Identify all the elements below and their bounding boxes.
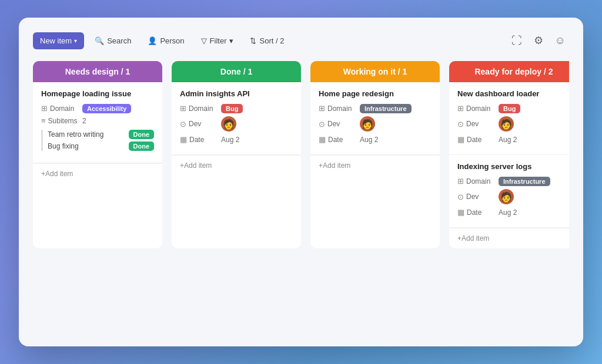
new-item-chevron: ▾: [74, 38, 77, 44]
card-row-label: ⊞Domain: [41, 104, 82, 113]
card-row-label: ⊞Domain: [319, 104, 360, 113]
column-header-needs-design: Needs design / 1: [33, 61, 162, 82]
row-label-text: Subitems: [48, 117, 78, 125]
domain-badge: Infrastructure: [360, 104, 412, 113]
row-label-text: Dev: [466, 120, 479, 128]
subitem-name: Team retro writing: [48, 130, 103, 139]
column-body-deploy: New dashboard loader⊞DomainBug⊙Dev🧑▦Date…: [449, 82, 569, 248]
add-item-button-done[interactable]: +Add item: [172, 155, 301, 176]
card-row-1: ≡Subitems2: [41, 116, 154, 125]
card-row-value: 🧑: [499, 116, 514, 132]
card-row-0: ⊞DomainAccessibility: [41, 104, 154, 113]
row-label-text: Dev: [327, 120, 340, 128]
fullscreen-button[interactable]: ⛶: [508, 32, 526, 49]
search-label: Search: [107, 36, 131, 45]
card-title: New dashboard loader: [457, 89, 569, 98]
date-value: Aug 2: [499, 136, 517, 144]
search-button[interactable]: 🔍 Search: [89, 33, 137, 49]
row-label-text: Dev: [189, 120, 201, 128]
row-label-text: Domain: [466, 177, 490, 186]
domain-icon: ⊞: [180, 104, 186, 113]
card-deploy-1: Indexing server logs⊞DomainInfrastructur…: [449, 155, 569, 228]
subitem-name: Bug fixing: [48, 142, 79, 150]
card-row-value: Accessibility: [82, 105, 131, 113]
sort-label: Sort / 2: [259, 36, 284, 45]
domain-badge: Accessibility: [82, 104, 131, 113]
card-row-label: ⊙Dev: [457, 120, 499, 129]
card-title: Admin insights API: [180, 89, 293, 98]
row-label-text: Date: [467, 136, 481, 144]
domain-badge: Bug: [221, 104, 243, 113]
card-title: Homepage loading issue: [41, 89, 154, 98]
column-body-needs-design: Homepage loading issue⊞DomainAccessibili…: [33, 82, 162, 248]
card-row-value: Bug: [221, 105, 243, 113]
domain-icon: ⊞: [457, 104, 464, 113]
column-header-working: Working on it / 1: [310, 61, 440, 82]
card-row-1: ⊙Dev🧑: [457, 189, 569, 204]
card-row-value: Aug 2: [221, 136, 239, 144]
row-label-text: Date: [189, 136, 204, 144]
dev-icon: ⊙: [180, 120, 186, 129]
add-item-button-deploy[interactable]: +Add item: [449, 228, 569, 248]
card-title: Indexing server logs: [457, 162, 569, 171]
row-label-text: Dev: [466, 193, 479, 201]
card-row-value: 🧑: [360, 116, 375, 132]
date-value: Aug 2: [499, 208, 517, 217]
card-row-value: Bug: [499, 105, 520, 113]
domain-badge: Bug: [499, 104, 520, 113]
card-row-label: ▦Date: [180, 135, 221, 144]
sort-icon: ⇅: [250, 36, 256, 45]
person-icon: 👤: [148, 36, 157, 45]
card-done-0: Admin insights API⊞DomainBug⊙Dev🧑▦DateAu…: [172, 82, 301, 155]
card-row-value: 🧑: [499, 189, 514, 204]
dev-icon: ⊙: [319, 120, 325, 129]
avatar: 🧑: [221, 116, 236, 132]
card-row-label: ▦Date: [457, 135, 499, 144]
filter-icon: ▽: [201, 36, 207, 45]
new-item-button[interactable]: New item ▾: [33, 32, 84, 49]
new-item-label: New item: [40, 36, 72, 45]
card-row-label: ⊙Dev: [180, 120, 221, 129]
row-label-text: Date: [467, 208, 481, 217]
row-label-text: Domain: [327, 105, 352, 113]
subitems-icon: ≡: [41, 116, 46, 125]
card-row-0: ⊞DomainBug: [180, 104, 293, 113]
smiley-button[interactable]: ☺: [551, 32, 569, 49]
row-label-text: Domain: [466, 105, 490, 113]
row-label-text: Domain: [189, 105, 213, 113]
card-row-2: ▦DateAug 2: [180, 135, 293, 144]
column-header-done: Done / 1: [172, 61, 301, 82]
app-window: New item ▾ 🔍 Search 👤 Person ▽ Filter ▾ …: [19, 18, 583, 346]
card-row-2: ▦DateAug 2: [319, 135, 432, 144]
column-body-working: Home page redesign⊞DomainInfrastructure⊙…: [310, 82, 440, 248]
column-done: Done / 1Admin insights API⊞DomainBug⊙Dev…: [172, 61, 301, 248]
subitems-list: Team retro writingDoneBug fixingDone: [41, 130, 154, 151]
card-row-label: ▦Date: [319, 135, 360, 144]
filter-label: Filter: [210, 36, 227, 45]
person-button[interactable]: 👤 Person: [142, 33, 190, 49]
date-icon: ▦: [457, 135, 464, 144]
domain-icon: ⊞: [41, 104, 48, 113]
card-row-label: ⊞Domain: [457, 104, 499, 113]
add-item-button-needs-design[interactable]: +Add item: [33, 163, 162, 184]
column-working: Working on it / 1Home page redesign⊞Doma…: [310, 61, 440, 248]
add-item-button-working[interactable]: +Add item: [310, 155, 440, 176]
card-row-2: ▦DateAug 2: [457, 135, 569, 144]
sort-button[interactable]: ⇅ Sort / 2: [244, 33, 290, 49]
card-needs-design-0: Homepage loading issue⊞DomainAccessibili…: [33, 82, 162, 163]
card-row-label: ⊞Domain: [457, 177, 499, 186]
row-label-text: Date: [328, 136, 343, 144]
row-label-text: Domain: [50, 105, 74, 113]
settings-button[interactable]: ⚙: [530, 32, 547, 49]
subitem-badge: Done: [129, 130, 155, 139]
board: Needs design / 1Homepage loading issue⊞D…: [33, 61, 569, 248]
domain-badge: Infrastructure: [499, 177, 550, 186]
card-row-0: ⊞DomainBug: [457, 104, 569, 113]
avatar: 🧑: [360, 116, 375, 132]
avatar: 🧑: [499, 116, 514, 132]
date-icon: ▦: [319, 135, 326, 144]
card-row-0: ⊞DomainInfrastructure: [319, 104, 432, 113]
domain-icon: ⊞: [319, 104, 325, 113]
filter-button[interactable]: ▽ Filter ▾: [195, 33, 240, 49]
filter-chevron: ▾: [229, 36, 233, 45]
